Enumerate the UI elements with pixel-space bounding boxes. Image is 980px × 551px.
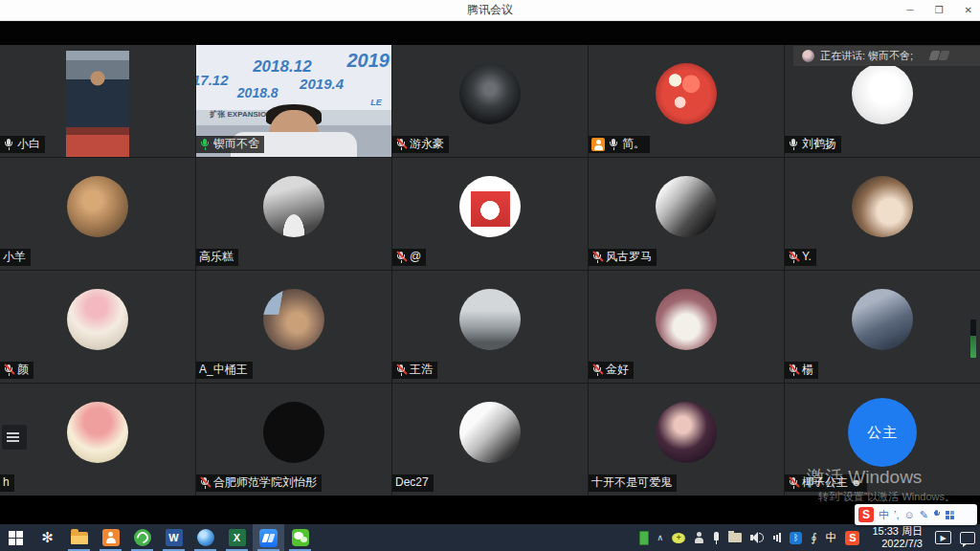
- avatar: [263, 176, 324, 237]
- restore-button[interactable]: ❐: [935, 0, 944, 20]
- avatar: [852, 289, 913, 350]
- sogou-logo-icon[interactable]: S: [858, 507, 874, 522]
- participant-name: 刘鹤扬: [802, 137, 836, 151]
- hidden-icons-chevron[interactable]: ∧: [657, 533, 664, 542]
- participant-tile[interactable]: @: [392, 158, 588, 270]
- taskbar-green-app[interactable]: [126, 524, 158, 551]
- participant-tile[interactable]: 小羊: [0, 158, 195, 270]
- taskbar-clock[interactable]: 15:33 周日 2022/7/3: [872, 525, 923, 550]
- participant-name: 游永豪: [410, 137, 444, 151]
- handwriting-icon[interactable]: ✎: [920, 504, 928, 525]
- speaker-mini-avatar: [802, 50, 814, 62]
- mic-muted-icon: [395, 138, 407, 151]
- volume-icon[interactable]: [750, 532, 765, 543]
- tencent-meeting-icon: [259, 529, 278, 547]
- start-button[interactable]: [0, 524, 32, 551]
- clock-date: 2022/7/3: [881, 538, 923, 550]
- participant-name: 锲而不舍: [213, 137, 259, 151]
- chinese-mode-icon[interactable]: 中: [879, 504, 889, 525]
- wall-text: 2018.12: [253, 57, 311, 77]
- participant-label: 颜: [0, 362, 33, 379]
- sogou-input-toolbar: S 中 ’, ☺ ✎: [855, 504, 977, 525]
- taskbar-excel[interactable]: X: [221, 524, 253, 551]
- input-mode-indicator[interactable]: 中: [825, 530, 836, 546]
- participant-tile[interactable]: 高乐糕: [196, 158, 391, 270]
- swirl-app-icon: ✻: [41, 529, 54, 546]
- folder-tray-icon[interactable]: [728, 533, 742, 542]
- volume-level-indicator: [969, 319, 977, 359]
- participant-label: 楊: [785, 362, 818, 379]
- user-tray-icon[interactable]: [694, 532, 704, 543]
- voice-input-icon[interactable]: [933, 509, 941, 520]
- participant-tile[interactable]: 十开不是可爱鬼: [589, 384, 784, 496]
- usb-device-icon[interactable]: [713, 532, 720, 544]
- participant-tile[interactable]: 合肥师范学院刘怡彤: [196, 384, 391, 496]
- avatar: [656, 289, 717, 350]
- participant-label: 游永豪: [392, 136, 449, 153]
- avatar: [263, 402, 324, 463]
- participant-tile[interactable]: 楊: [785, 271, 980, 383]
- participant-tile[interactable]: Y.: [785, 158, 980, 270]
- participant-tile[interactable]: h: [0, 384, 195, 496]
- member-list-toggle-button[interactable]: [2, 425, 27, 450]
- taskbar: ✻ W X ∧ +: [0, 524, 980, 551]
- media-overlay-icon[interactable]: ▶: [935, 531, 951, 544]
- coin-app-icon[interactable]: +: [672, 533, 685, 543]
- notification-icon[interactable]: [960, 532, 975, 544]
- input-keyboard-icon[interactable]: [946, 511, 954, 519]
- avatar: [459, 63, 521, 124]
- participant-tile[interactable]: Dec27: [392, 384, 588, 496]
- mic-icon: [3, 138, 14, 151]
- mic-muted-icon: [199, 476, 211, 490]
- video-feed: [66, 51, 128, 157]
- participant-label: 金好: [589, 362, 634, 379]
- participant-label: h: [0, 474, 14, 492]
- emoji-picker-icon[interactable]: ☺: [904, 504, 915, 525]
- taskbar-file-explorer[interactable]: [63, 524, 95, 551]
- taskbar-browser[interactable]: [189, 524, 221, 551]
- battery-icon[interactable]: [639, 531, 649, 545]
- meeting-logo-watermark-icon: [926, 49, 955, 62]
- participant-tile[interactable]: A_中桶王: [196, 271, 391, 383]
- taskbar-tencent-meeting[interactable]: [253, 524, 284, 551]
- participant-name: A_中桶王: [199, 363, 248, 377]
- avatar: [459, 402, 521, 463]
- minimize-button[interactable]: ─: [907, 0, 914, 20]
- participant-tile[interactable]: 小白: [0, 45, 195, 157]
- participant-label: 小羊: [0, 249, 31, 266]
- taskbar-orange-app[interactable]: [95, 524, 126, 551]
- participant-name: h: [3, 475, 10, 490]
- taskbar-word[interactable]: W: [158, 524, 189, 551]
- close-button[interactable]: ✕: [965, 0, 972, 20]
- wall-text: 2018.8: [237, 85, 278, 100]
- participant-tile[interactable]: 金好: [589, 271, 784, 383]
- participant-label: 合肥师范学院刘怡彤: [196, 474, 322, 492]
- network-signal-icon[interactable]: [773, 533, 781, 543]
- sogou-tray-icon[interactable]: S: [845, 531, 859, 545]
- avatar: [67, 402, 128, 463]
- participant-tile-speaking[interactable]: 17.12 2018.12 2019 2018.8 2019.4 扩张 EXPA…: [196, 45, 391, 157]
- mic-muted-icon: [788, 251, 799, 264]
- taskbar-search-app[interactable]: ✻: [32, 524, 63, 551]
- participant-label: 十开不是可爱鬼: [589, 474, 677, 492]
- wall-text: 2019: [346, 50, 390, 72]
- taskbar-wechat[interactable]: [284, 524, 316, 551]
- participant-tile[interactable]: 公主 椰子公主 ☻: [785, 384, 980, 496]
- mic-muted-icon: [788, 476, 799, 490]
- system-tray: ∧ + ᛒ ∮ 中 S 15:33 周日 2022/7/3 ▶: [639, 525, 980, 550]
- participant-label: 风古罗马: [589, 249, 657, 266]
- browser-globe-icon: [197, 529, 214, 546]
- hook-tray-icon[interactable]: ∮: [811, 531, 816, 544]
- participant-tile[interactable]: 简。: [589, 45, 784, 157]
- participant-name: 金好: [606, 363, 629, 377]
- bluetooth-icon[interactable]: ᛒ: [790, 532, 802, 544]
- avatar: 公主: [848, 398, 917, 467]
- participant-tile[interactable]: 王浩: [392, 271, 588, 383]
- participant-tile[interactable]: 游永豪: [392, 45, 588, 157]
- participant-tile[interactable]: 颜: [0, 271, 195, 383]
- punctuation-mode-icon[interactable]: ’,: [894, 504, 900, 525]
- mic-speaking-icon: [199, 138, 211, 151]
- window-titlebar[interactable]: 腾讯会议 ─ ❐ ✕: [0, 0, 980, 21]
- participant-tile[interactable]: 风古罗马: [589, 158, 784, 270]
- clock-time: 15:33 周日: [872, 525, 923, 538]
